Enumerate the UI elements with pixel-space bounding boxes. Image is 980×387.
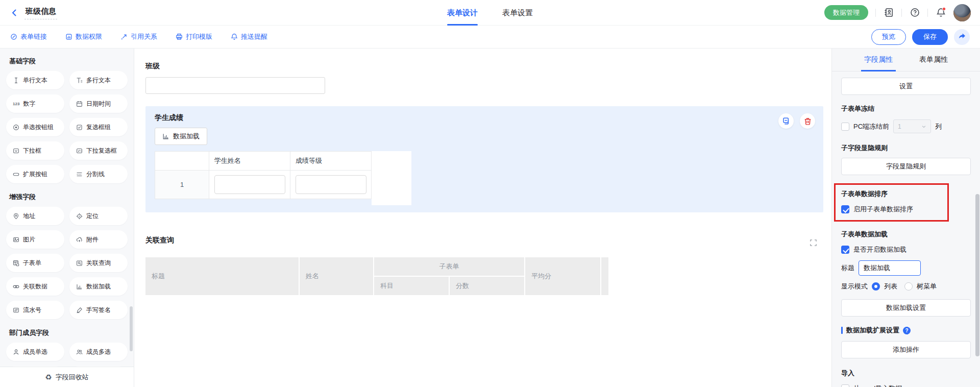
printer-icon <box>176 33 183 40</box>
delete-field-button[interactable] <box>800 113 815 129</box>
field-palette-sidebar: 基础字段 单行文本 多行文本 123 数字 日期时间 <box>0 49 134 387</box>
subform-col-student-name[interactable]: 学生姓名 <box>209 152 290 171</box>
field-extend-button[interactable]: 扩展按钮 <box>6 165 64 183</box>
field-radio-group[interactable]: 单选按钮组 <box>6 118 64 136</box>
notification-bell-icon[interactable] <box>935 7 946 18</box>
number-icon: 123 <box>13 102 19 106</box>
field-multi-line-text[interactable]: 多行文本 <box>69 71 128 89</box>
lookup-query-field[interactable]: 关联查询 标题 姓名 子表单 科目 分数 平均分 <box>145 236 824 295</box>
field-subform[interactable]: 子表单 <box>6 254 64 272</box>
divider <box>901 9 902 17</box>
checkbox-icon <box>76 124 83 131</box>
lookup-col-subform-group: 子表单 <box>374 257 524 276</box>
subfield-visibility-title: 子字段显隐规则 <box>841 143 971 153</box>
field-address[interactable]: 地址 <box>6 207 64 225</box>
freeze-count-select[interactable]: 1 <box>893 119 931 133</box>
field-location[interactable]: 定位 <box>69 207 128 225</box>
settings-button[interactable]: 设置 <box>841 78 971 95</box>
header-tabs: 表单设计 表单设置 <box>447 0 533 26</box>
student-name-input[interactable] <box>214 175 285 194</box>
data-load-title-input[interactable] <box>859 260 921 276</box>
serial-number-icon <box>13 307 19 313</box>
share-button[interactable] <box>954 29 970 45</box>
field-number[interactable]: 123 数字 <box>6 94 64 113</box>
field-data-load[interactable]: 数据加载 <box>69 277 128 296</box>
data-load-extension-title: 数据加载扩展设置 <box>846 326 899 335</box>
lookup-table: 标题 姓名 子表单 科目 分数 平均分 <box>145 257 824 295</box>
field-member-single[interactable]: 成员单选 <box>6 343 64 361</box>
contacts-icon[interactable] <box>883 7 894 18</box>
tab-form-design[interactable]: 表单设计 <box>447 0 478 26</box>
field-visibility-rules-button[interactable]: 字段显隐规则 <box>841 158 971 175</box>
enable-data-load-checkbox[interactable] <box>841 246 849 254</box>
field-divider[interactable]: 分割线 <box>69 165 128 183</box>
divider-icon <box>76 171 83 178</box>
lookup-title: 关联查询 <box>145 236 824 245</box>
field-signature[interactable]: 手写签名 <box>69 301 128 319</box>
help-icon[interactable]: ? <box>903 327 911 334</box>
tab-form-settings[interactable]: 表单设置 <box>502 0 533 26</box>
section-enhanced-fields: 增强字段 <box>9 192 128 202</box>
field-datetime[interactable]: 日期时间 <box>69 94 128 113</box>
subform-freeze-title: 子表单冻结 <box>841 104 971 113</box>
data-manage-button[interactable]: 数据管理 <box>824 5 868 20</box>
add-operation-button[interactable]: 添加操作 <box>841 341 971 358</box>
field-attachment[interactable]: 附件 <box>69 230 128 249</box>
multiline-text-icon <box>76 77 83 84</box>
field-single-line-text[interactable]: 单行文本 <box>6 71 64 89</box>
expand-icon[interactable] <box>810 239 817 247</box>
form-title[interactable]: 班级信息 <box>24 6 57 19</box>
field-dropdown[interactable]: 下拉框 <box>6 141 64 160</box>
properties-panel: 字段属性 表单属性 设置 子表单冻结 PC端冻结前 1 列 子字段显隐规则 字段… <box>831 49 980 387</box>
field-lookup-query[interactable]: 关联查询 <box>69 254 128 272</box>
subform-data-load-button[interactable]: 数据加载 <box>155 128 207 145</box>
field-serial-number[interactable]: 流水号 <box>6 301 64 319</box>
app-window: 班级信息 表单设计 表单设置 数据管理 <box>0 0 980 387</box>
lookup-col-subject: 科目 <box>374 277 449 295</box>
field-image[interactable]: 图片 <box>6 230 64 249</box>
help-icon[interactable] <box>909 7 920 18</box>
subform-student-scores[interactable]: 学生成绩 数据加载 学生姓名 成绩等级 1 <box>145 106 823 212</box>
tab-field-properties[interactable]: 字段属性 <box>864 49 893 71</box>
form-design-canvas: 班级 学生成绩 数据加载 <box>134 49 831 387</box>
top-header: 班级信息 表单设计 表单设置 数据管理 <box>0 0 980 26</box>
form-toolbar: 表单链接 数据权限 引用关系 打印模版 推送提醒 预览 保存 <box>0 26 980 49</box>
sidebar-scrollbar[interactable] <box>130 306 133 351</box>
class-field-input[interactable] <box>145 77 325 94</box>
back-icon[interactable] <box>9 8 19 18</box>
class-field[interactable]: 班级 <box>145 62 824 94</box>
reference-relation-item[interactable]: 引用关系 <box>120 32 157 41</box>
field-recycle-bin[interactable]: ♻ 字段回收站 <box>0 367 134 387</box>
data-load-settings-button[interactable]: 数据加载设置 <box>841 299 971 317</box>
field-member-multi[interactable]: 成员多选 <box>69 343 128 361</box>
field-linked-data[interactable]: 关联数据 <box>6 277 64 296</box>
mode-list-radio[interactable] <box>872 282 880 291</box>
data-permission-item[interactable]: 数据权限 <box>65 32 102 41</box>
tab-form-properties[interactable]: 表单属性 <box>919 49 948 71</box>
mode-tree-radio[interactable] <box>904 282 913 291</box>
notification-dot <box>942 7 946 11</box>
user-avatar[interactable] <box>953 4 971 21</box>
form-link-item[interactable]: 表单链接 <box>10 32 47 41</box>
mode-tree-label: 树菜单 <box>917 282 937 291</box>
pc-freeze-checkbox[interactable] <box>841 123 849 131</box>
score-grade-input[interactable] <box>296 175 366 194</box>
link-icon <box>10 33 17 40</box>
copy-field-button[interactable] <box>778 113 794 129</box>
push-reminder-item[interactable]: 推送提醒 <box>231 32 267 41</box>
share-arrow-icon <box>958 33 966 41</box>
copy-icon <box>782 117 791 126</box>
preview-button[interactable]: 预览 <box>871 29 906 45</box>
print-template-item[interactable]: 打印模版 <box>176 32 212 41</box>
panel-scrollbar[interactable] <box>975 194 979 356</box>
field-checkbox-group[interactable]: 复选框组 <box>69 118 128 136</box>
subform-data-load-title: 子表单数据加载 <box>841 230 971 239</box>
subform-table: 学生姓名 成绩等级 1 <box>155 151 372 199</box>
subform-add-column-area[interactable] <box>372 151 411 205</box>
subform-col-score-grade[interactable]: 成绩等级 <box>290 152 372 171</box>
display-mode-label: 显示模式 <box>841 282 868 291</box>
excel-import-checkbox[interactable] <box>841 384 849 387</box>
save-button[interactable]: 保存 <box>912 29 948 45</box>
enable-subform-sort-checkbox[interactable] <box>841 205 849 213</box>
field-dropdown-multi[interactable]: 下拉复选框 <box>69 141 128 160</box>
